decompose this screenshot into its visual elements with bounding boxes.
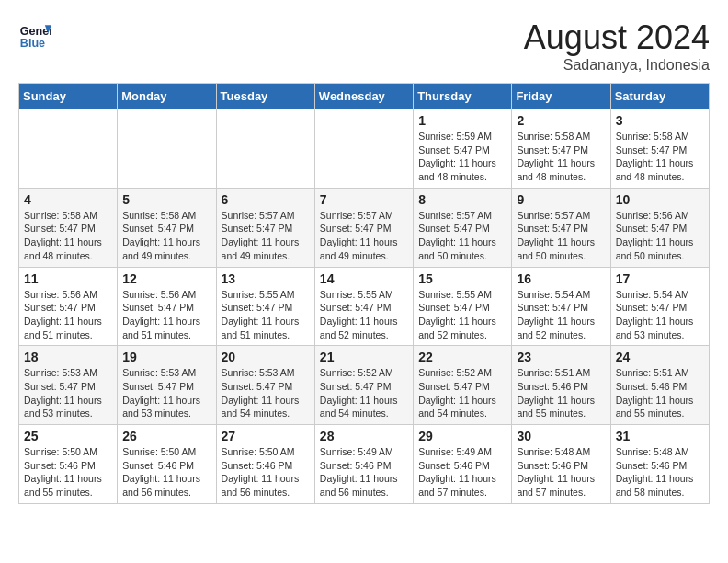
day-info: Sunrise: 5:48 AM Sunset: 5:46 PM Dayligh… [616, 445, 704, 500]
calendar-cell: 9Sunrise: 5:57 AM Sunset: 5:47 PM Daylig… [512, 188, 610, 267]
day-info: Sunrise: 5:50 AM Sunset: 5:46 PM Dayligh… [24, 445, 112, 500]
day-number: 17 [616, 271, 704, 286]
title-block: August 2024 Sadananya, Indonesia [524, 18, 710, 74]
month-year: August 2024 [524, 18, 710, 57]
day-info: Sunrise: 5:57 AM Sunset: 5:47 PM Dayligh… [222, 209, 310, 263]
calendar-cell [19, 109, 118, 189]
day-number: 14 [320, 271, 408, 286]
calendar-table: SundayMondayTuesdayWednesdayThursdayFrid… [18, 83, 710, 504]
day-number: 2 [517, 113, 605, 128]
calendar-cell: 28Sunrise: 5:49 AM Sunset: 5:46 PM Dayli… [314, 425, 413, 504]
calendar-cell: 19Sunrise: 5:53 AM Sunset: 5:47 PM Dayli… [118, 346, 216, 425]
day-number: 18 [24, 350, 112, 364]
day-number: 11 [24, 271, 112, 286]
day-number: 29 [418, 429, 506, 443]
logo-icon: General Blue [18, 18, 51, 52]
weekday-header-friday: Friday [512, 84, 610, 109]
svg-text:Blue: Blue [20, 37, 45, 50]
calendar-cell: 20Sunrise: 5:53 AM Sunset: 5:47 PM Dayli… [216, 346, 314, 425]
weekday-header-sunday: Sunday [19, 84, 118, 109]
day-info: Sunrise: 5:56 AM Sunset: 5:47 PM Dayligh… [24, 288, 112, 342]
calendar-cell: 24Sunrise: 5:51 AM Sunset: 5:46 PM Dayli… [610, 346, 709, 425]
calendar-cell: 11Sunrise: 5:56 AM Sunset: 5:47 PM Dayli… [19, 267, 118, 346]
day-info: Sunrise: 5:52 AM Sunset: 5:47 PM Dayligh… [418, 366, 506, 420]
weekday-header-monday: Monday [118, 84, 216, 109]
day-number: 23 [517, 350, 605, 364]
day-number: 24 [616, 350, 704, 364]
calendar-cell: 1Sunrise: 5:59 AM Sunset: 5:47 PM Daylig… [414, 109, 512, 189]
day-info: Sunrise: 5:57 AM Sunset: 5:47 PM Dayligh… [517, 209, 605, 263]
calendar-cell: 30Sunrise: 5:48 AM Sunset: 5:46 PM Dayli… [512, 425, 610, 504]
day-info: Sunrise: 5:49 AM Sunset: 5:46 PM Dayligh… [320, 445, 408, 500]
day-info: Sunrise: 5:49 AM Sunset: 5:46 PM Dayligh… [418, 445, 506, 500]
calendar-cell: 5Sunrise: 5:58 AM Sunset: 5:47 PM Daylig… [118, 188, 216, 267]
day-info: Sunrise: 5:57 AM Sunset: 5:47 PM Dayligh… [320, 209, 408, 263]
day-info: Sunrise: 5:55 AM Sunset: 5:47 PM Dayligh… [418, 288, 506, 342]
day-info: Sunrise: 5:51 AM Sunset: 5:46 PM Dayligh… [616, 366, 704, 420]
day-info: Sunrise: 5:50 AM Sunset: 5:46 PM Dayligh… [222, 445, 310, 500]
calendar-cell [118, 109, 216, 189]
day-number: 1 [418, 113, 506, 128]
calendar-cell: 7Sunrise: 5:57 AM Sunset: 5:47 PM Daylig… [314, 188, 413, 267]
weekday-header-tuesday: Tuesday [216, 84, 314, 109]
day-number: 6 [222, 192, 310, 207]
day-info: Sunrise: 5:53 AM Sunset: 5:47 PM Dayligh… [122, 366, 210, 420]
day-info: Sunrise: 5:58 AM Sunset: 5:47 PM Dayligh… [517, 130, 605, 184]
day-number: 8 [418, 192, 506, 207]
day-number: 28 [320, 429, 408, 443]
day-info: Sunrise: 5:48 AM Sunset: 5:46 PM Dayligh… [517, 445, 605, 500]
day-info: Sunrise: 5:53 AM Sunset: 5:47 PM Dayligh… [222, 366, 310, 420]
day-number: 10 [616, 192, 704, 207]
day-info: Sunrise: 5:55 AM Sunset: 5:47 PM Dayligh… [320, 288, 408, 342]
calendar-cell: 14Sunrise: 5:55 AM Sunset: 5:47 PM Dayli… [314, 267, 413, 346]
day-info: Sunrise: 5:54 AM Sunset: 5:47 PM Dayligh… [616, 288, 704, 342]
calendar-cell: 6Sunrise: 5:57 AM Sunset: 5:47 PM Daylig… [216, 188, 314, 267]
day-info: Sunrise: 5:55 AM Sunset: 5:47 PM Dayligh… [222, 288, 310, 342]
day-number: 20 [222, 350, 310, 364]
day-info: Sunrise: 5:58 AM Sunset: 5:47 PM Dayligh… [616, 130, 704, 184]
day-number: 22 [418, 350, 506, 364]
logo: General Blue [18, 18, 51, 52]
day-info: Sunrise: 5:57 AM Sunset: 5:47 PM Dayligh… [418, 209, 506, 263]
calendar-cell: 3Sunrise: 5:58 AM Sunset: 5:47 PM Daylig… [610, 109, 709, 189]
day-number: 31 [616, 429, 704, 443]
day-info: Sunrise: 5:56 AM Sunset: 5:47 PM Dayligh… [122, 288, 210, 342]
weekday-header-saturday: Saturday [610, 84, 709, 109]
weekday-header-wednesday: Wednesday [314, 84, 413, 109]
calendar-cell: 21Sunrise: 5:52 AM Sunset: 5:47 PM Dayli… [314, 346, 413, 425]
calendar-cell: 13Sunrise: 5:55 AM Sunset: 5:47 PM Dayli… [216, 267, 314, 346]
calendar-cell: 18Sunrise: 5:53 AM Sunset: 5:47 PM Dayli… [19, 346, 118, 425]
day-number: 12 [122, 271, 210, 286]
calendar-cell: 4Sunrise: 5:58 AM Sunset: 5:47 PM Daylig… [19, 188, 118, 267]
calendar-cell: 25Sunrise: 5:50 AM Sunset: 5:46 PM Dayli… [19, 425, 118, 504]
weekday-header-thursday: Thursday [414, 84, 512, 109]
day-info: Sunrise: 5:52 AM Sunset: 5:47 PM Dayligh… [320, 366, 408, 420]
day-info: Sunrise: 5:56 AM Sunset: 5:47 PM Dayligh… [616, 209, 704, 263]
calendar-cell: 17Sunrise: 5:54 AM Sunset: 5:47 PM Dayli… [610, 267, 709, 346]
day-number: 30 [517, 429, 605, 443]
day-number: 3 [616, 113, 704, 128]
day-info: Sunrise: 5:54 AM Sunset: 5:47 PM Dayligh… [517, 288, 605, 342]
calendar-cell: 2Sunrise: 5:58 AM Sunset: 5:47 PM Daylig… [512, 109, 610, 189]
calendar-cell [216, 109, 314, 189]
calendar-cell: 29Sunrise: 5:49 AM Sunset: 5:46 PM Dayli… [414, 425, 512, 504]
calendar-cell: 8Sunrise: 5:57 AM Sunset: 5:47 PM Daylig… [414, 188, 512, 267]
day-info: Sunrise: 5:53 AM Sunset: 5:47 PM Dayligh… [24, 366, 112, 420]
day-number: 21 [320, 350, 408, 364]
day-number: 16 [517, 271, 605, 286]
day-info: Sunrise: 5:59 AM Sunset: 5:47 PM Dayligh… [418, 130, 506, 184]
calendar-cell: 15Sunrise: 5:55 AM Sunset: 5:47 PM Dayli… [414, 267, 512, 346]
calendar-cell: 27Sunrise: 5:50 AM Sunset: 5:46 PM Dayli… [216, 425, 314, 504]
day-number: 15 [418, 271, 506, 286]
day-info: Sunrise: 5:58 AM Sunset: 5:47 PM Dayligh… [24, 209, 112, 263]
day-number: 27 [222, 429, 310, 443]
day-info: Sunrise: 5:50 AM Sunset: 5:46 PM Dayligh… [122, 445, 210, 500]
day-number: 25 [24, 429, 112, 443]
calendar-cell: 12Sunrise: 5:56 AM Sunset: 5:47 PM Dayli… [118, 267, 216, 346]
day-info: Sunrise: 5:58 AM Sunset: 5:47 PM Dayligh… [122, 209, 210, 263]
calendar-cell: 31Sunrise: 5:48 AM Sunset: 5:46 PM Dayli… [610, 425, 709, 504]
page-header: General Blue August 2024 Sadananya, Indo… [18, 18, 710, 74]
day-number: 9 [517, 192, 605, 207]
day-info: Sunrise: 5:51 AM Sunset: 5:46 PM Dayligh… [517, 366, 605, 420]
calendar-cell: 26Sunrise: 5:50 AM Sunset: 5:46 PM Dayli… [118, 425, 216, 504]
